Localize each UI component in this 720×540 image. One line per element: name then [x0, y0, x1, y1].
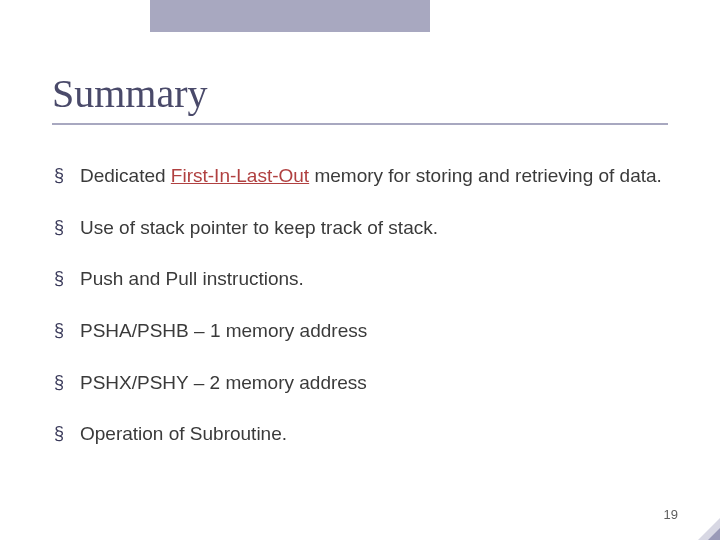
slide-content: Summary Dedicated First-In-Last-Out memo… [52, 70, 668, 473]
bullet-text: Operation of Subroutine. [80, 423, 287, 444]
bullet-text: Use of stack pointer to keep track of st… [80, 217, 438, 238]
bullet-text: PSHX/PSHY – 2 memory address [80, 372, 367, 393]
list-item: Dedicated First-In-Last-Out memory for s… [80, 163, 668, 189]
list-item: Push and Pull instructions. [80, 266, 668, 292]
bullet-text: Dedicated [80, 165, 171, 186]
bullet-highlight: First-In-Last-Out [171, 165, 309, 186]
bullet-text: Push and Pull instructions. [80, 268, 304, 289]
list-item: PSHA/PSHB – 1 memory address [80, 318, 668, 344]
bullet-list: Dedicated First-In-Last-Out memory for s… [52, 163, 668, 447]
bullet-text: memory for storing and retrieving of dat… [309, 165, 662, 186]
page-number: 19 [664, 507, 678, 522]
list-item: PSHX/PSHY – 2 memory address [80, 370, 668, 396]
decorative-top-bar [150, 0, 430, 32]
list-item: Use of stack pointer to keep track of st… [80, 215, 668, 241]
list-item: Operation of Subroutine. [80, 421, 668, 447]
corner-decoration [698, 518, 720, 540]
slide-title: Summary [52, 70, 668, 125]
bullet-text: PSHA/PSHB – 1 memory address [80, 320, 367, 341]
